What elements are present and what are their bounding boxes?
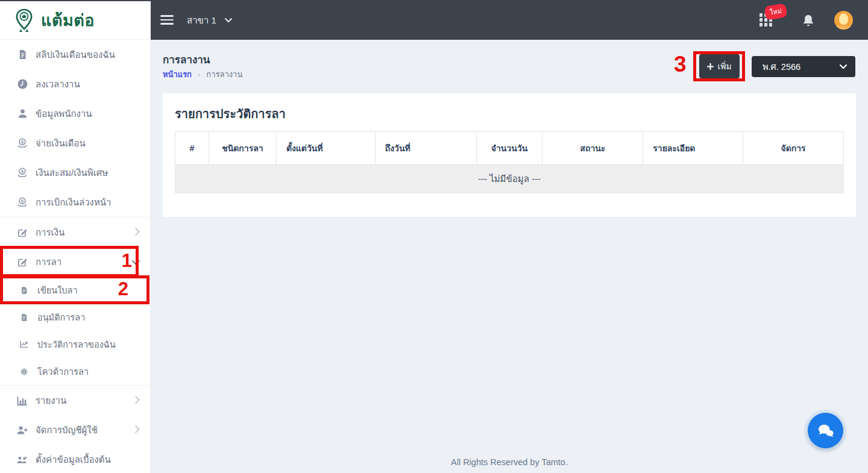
sidebar-item[interactable]: การเงิน <box>0 218 150 247</box>
sidebar-item[interactable]: $เงินสะสม/เงินพิเศษ <box>0 158 150 187</box>
chevron-down-icon <box>840 64 847 69</box>
sidebar-item-label: ตั้งค่าข้อมูลเบื้องต้น <box>36 453 111 467</box>
sidebar-item-label: การเงิน <box>36 225 64 240</box>
year-select[interactable]: พ.ศ. 2566 <box>752 56 855 77</box>
sidebar-item[interactable]: เขียนใบลา <box>0 277 150 304</box>
year-select-value: พ.ศ. 2566 <box>763 60 840 74</box>
column-header: ชนิดการลา <box>209 132 276 165</box>
plus-icon <box>707 63 714 70</box>
column-header: รายละเอียด <box>643 132 743 165</box>
sidebar-item-label: การลา <box>36 255 61 269</box>
svg-text:$: $ <box>21 169 24 174</box>
money-icon: $ <box>17 168 28 178</box>
table-empty-row: --- ไม่มีข้อมูล --- <box>175 165 844 193</box>
sidebar-item-label: จัดการบัญชีผู้ใช้ <box>36 423 98 437</box>
footer-copyright: All Rights Reserved by Tamto. <box>151 457 868 467</box>
leave-history-table: #ชนิดการลาตั้งแต่วันที่ถึงวันที่จำนวนวัน… <box>175 131 844 193</box>
breadcrumb-home-link[interactable]: หน้าแรก <box>163 68 192 81</box>
new-badge: ใหม่ <box>764 3 787 20</box>
sidebar-item-label: รายงาน <box>36 393 66 408</box>
column-header: สถานะ <box>542 132 643 165</box>
bell-icon <box>802 13 815 27</box>
sidebar-item[interactable]: อนุมัติการลา <box>0 304 150 331</box>
clock-icon <box>17 79 28 89</box>
sidebar-item-label: ประวัติการลาของฉัน <box>37 337 116 351</box>
breadcrumb-separator-icon: › <box>198 70 200 79</box>
leave-history-card: รายการประวัติการลา #ชนิดการลาตั้งแต่วันท… <box>163 93 856 217</box>
column-header: จำนวนวัน <box>476 132 542 165</box>
chevron-right-icon <box>135 425 140 436</box>
sidebar-item[interactable]: สลิปเงินเดือนของฉัน <box>0 40 150 69</box>
user-avatar[interactable] <box>834 11 853 30</box>
money-icon: $ <box>17 138 28 148</box>
sidebar-item[interactable]: รายงาน <box>0 386 150 415</box>
sidebar-item-label: อนุมัติการลา <box>37 310 85 324</box>
sidebar-item-label: เขียนใบลา <box>37 283 78 297</box>
sidebar-item-label: การเบิกเงินล่วงหน้า <box>36 195 112 210</box>
branch-label: สาขา 1 <box>187 13 216 28</box>
column-header: # <box>175 132 209 165</box>
sidebar-item[interactable]: $จ่ายเงินเดือน <box>0 128 150 158</box>
column-header: ตั้งแต่วันที่ <box>276 132 375 165</box>
column-header: ถึงวันที่ <box>375 132 476 165</box>
sidebar-item[interactable]: ลงเวลางาน <box>0 69 150 99</box>
gear-icon <box>20 368 29 376</box>
chat-support-button[interactable] <box>808 413 843 448</box>
sidebar-item[interactable]: $การเบิกเงินล่วงหน้า <box>0 187 150 217</box>
branch-selector[interactable]: สาขา 1 <box>187 13 232 28</box>
document-icon <box>20 313 29 322</box>
sidebar-item-label: เงินสะสม/เงินพิเศษ <box>36 166 108 180</box>
svg-text:$: $ <box>21 198 24 204</box>
sidebar-item[interactable]: ข้อมูลพนักงาน <box>0 99 150 128</box>
chevron-down-icon <box>225 18 232 23</box>
sidebar-item-label: สลิปเงินเดือนของฉัน <box>36 48 115 62</box>
main-content: การลางาน หน้าแรก › การลางาน เพิ่ม พ.ศ. 2… <box>151 40 868 473</box>
sidebar-item-label: ลงเวลางาน <box>36 77 80 92</box>
leave-history-title: รายการประวัติการลา <box>175 104 286 124</box>
add-leave-button[interactable]: เพิ่ม <box>699 54 740 78</box>
user-plus-icon <box>17 425 28 435</box>
svg-text:$: $ <box>21 139 24 145</box>
apps-grid-button[interactable]: ใหม่ <box>760 13 773 27</box>
breadcrumb: หน้าแรก › การลางาน <box>163 68 242 81</box>
brand-header[interactable]: แต้มต่อ <box>0 1 151 40</box>
document-icon <box>20 286 29 295</box>
notifications-button[interactable] <box>802 13 815 30</box>
add-button-label: เพิ่ม <box>717 60 731 73</box>
edit-square-icon <box>17 227 28 237</box>
history-chart-icon <box>20 340 29 349</box>
chevron-right-icon <box>135 227 140 238</box>
sidebar-menu: สลิปเงินเดือนของฉันลงเวลางานข้อมูลพนักงา… <box>0 40 151 473</box>
sidebar-item[interactable]: ประวัติการลาของฉัน <box>0 331 150 358</box>
page-title: การลางาน <box>163 51 210 67</box>
sidebar-item-label: จ่ายเงินเดือน <box>36 136 86 151</box>
breadcrumb-current: การลางาน <box>206 68 242 81</box>
annotation-number-3: 3 <box>674 52 687 77</box>
bar-chart-icon <box>17 395 28 406</box>
users-gear-icon <box>17 454 28 465</box>
sidebar-item-label: โควต้าการลา <box>37 365 89 378</box>
column-header: จัดการ <box>743 132 844 165</box>
payslip-file-icon <box>17 49 28 60</box>
sidebar-item[interactable]: จัดการบัญชีผู้ใช้ <box>0 415 150 445</box>
sidebar-item-label: ข้อมูลพนักงาน <box>36 107 92 121</box>
brand-name: แต้มต่อ <box>41 7 95 33</box>
chevron-right-icon <box>135 395 140 406</box>
employee-user-icon <box>17 108 28 119</box>
chevron-down-icon <box>132 257 140 268</box>
sidebar-item[interactable]: ตั้งค่าข้อมูลเบื้องต้น <box>0 445 150 473</box>
empty-state-text: --- ไม่มีข้อมูล --- <box>175 165 844 193</box>
chat-bubbles-icon <box>817 423 835 439</box>
leave-table-header-row: #ชนิดการลาตั้งแต่วันที่ถึงวันที่จำนวนวัน… <box>175 132 844 165</box>
sidebar-item[interactable]: การลา <box>0 247 150 277</box>
money-icon: $ <box>17 197 28 207</box>
brand-pin-logo-icon <box>13 8 35 33</box>
edit-square-icon <box>17 257 28 267</box>
hamburger-menu-icon[interactable] <box>160 15 174 25</box>
sidebar-item[interactable]: โควต้าการลา <box>0 358 150 385</box>
